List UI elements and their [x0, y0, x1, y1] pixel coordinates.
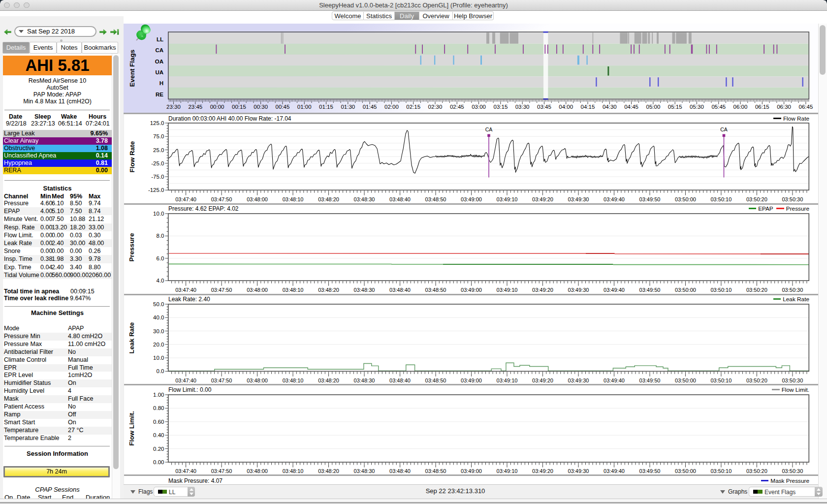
svg-text:0.00: 0.00	[153, 459, 164, 465]
svg-text:03:50:20: 03:50:20	[746, 468, 767, 474]
svg-text:03:49:30: 03:49:30	[568, 468, 589, 474]
svg-text:0.60: 0.60	[153, 419, 164, 425]
svg-text:0.20: 0.20	[153, 446, 164, 452]
svg-text:03:50:10: 03:50:10	[710, 468, 732, 474]
svg-text:0.80: 0.80	[153, 405, 164, 411]
svg-text:03:50:30: 03:50:30	[782, 468, 803, 474]
svg-text:03:48:40: 03:48:40	[389, 468, 411, 474]
svg-text:03:49:20: 03:49:20	[532, 468, 553, 474]
svg-text:03:49:50: 03:49:50	[639, 468, 661, 474]
svg-text:03:48:00: 03:48:00	[247, 468, 268, 474]
svg-text:03:49:00: 03:49:00	[461, 468, 482, 474]
svg-text:03:50:00: 03:50:00	[675, 468, 696, 474]
svg-text:03:47:50: 03:47:50	[211, 468, 232, 474]
svg-text:03:48:10: 03:48:10	[283, 468, 304, 474]
svg-text:03:49:10: 03:49:10	[497, 468, 518, 474]
svg-text:03:49:40: 03:49:40	[604, 468, 625, 474]
svg-text:03:48:30: 03:48:30	[354, 468, 375, 474]
svg-text:03:48:20: 03:48:20	[318, 468, 339, 474]
svg-text:0.40: 0.40	[153, 432, 164, 438]
svg-text:03:48:50: 03:48:50	[425, 468, 446, 474]
svg-text:1.00: 1.00	[153, 392, 164, 398]
svg-text:03:47:40: 03:47:40	[175, 468, 196, 474]
